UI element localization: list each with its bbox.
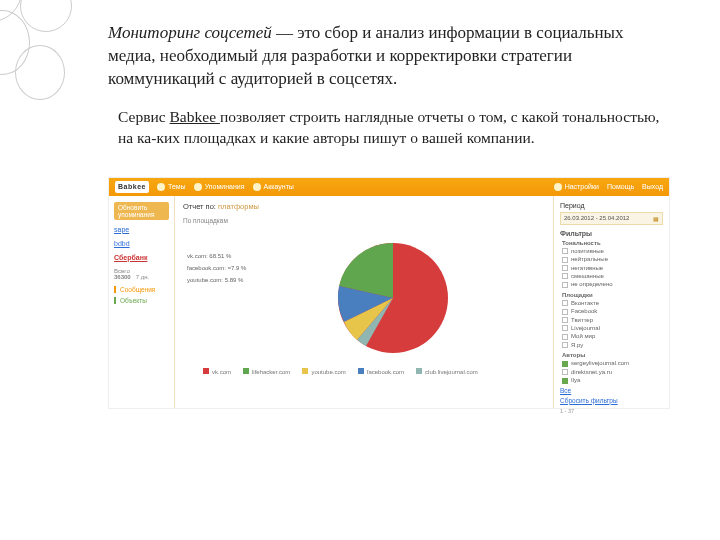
filter-group-platforms: Площадки Вконтакте Facebook Твиттер Live… — [560, 292, 663, 349]
heading: Мониторинг соцсетей — это сбор и анализ … — [108, 22, 670, 91]
filter-group-authors: Авторы sergeylivejournal.com direktsnet.… — [560, 352, 663, 393]
sidebar: Обновить упоминания sape bdbd Сбербанк В… — [109, 196, 175, 408]
checkbox[interactable]: direktsnet.ya.ru — [560, 369, 663, 375]
sidebar-item[interactable]: sape — [114, 226, 169, 233]
screenshot-app: Babkee Темы Упоминания Аккаунты Настройк… — [108, 177, 670, 409]
checkbox[interactable]: смешанные — [560, 273, 663, 279]
sidebar-stat: Всего 36300 7 дн. — [114, 268, 169, 280]
pie-labels: vk.com: 68.51 % facebook.com: ≈7.9 % you… — [187, 250, 246, 286]
topbar: Babkee Темы Упоминания Аккаунты Настройк… — [109, 178, 669, 196]
date-range[interactable]: 26.03.2012 - 25.04.2012▦ — [560, 212, 663, 225]
nav-exit[interactable]: Выход — [642, 183, 663, 190]
clear-filters[interactable]: Сбросить фильтры — [560, 397, 663, 404]
sidebar-item-active[interactable]: Сбербанк — [114, 254, 169, 261]
all-link[interactable]: Все — [560, 387, 663, 394]
sidebar-item[interactable]: bdbd — [114, 240, 169, 247]
filters-title: Фильтры — [560, 230, 663, 237]
checkbox[interactable]: Твиттер — [560, 317, 663, 323]
main-panel: Отчет по: платформы По площадкам vk.com:… — [175, 196, 553, 408]
app-logo: Babkee — [115, 181, 149, 193]
checkbox[interactable]: Я.ру — [560, 342, 663, 348]
checkbox[interactable]: нейтральные — [560, 256, 663, 262]
babkee-link[interactable]: Babkee — [170, 108, 220, 125]
sidebar-sub-objects[interactable]: Объекты — [114, 297, 169, 304]
checkbox[interactable]: Livejournal — [560, 325, 663, 331]
checkbox[interactable]: позитивные — [560, 248, 663, 254]
checkbox[interactable]: Facebook — [560, 308, 663, 314]
refresh-button[interactable]: Обновить упоминания — [114, 202, 169, 220]
calendar-icon[interactable]: ▦ — [653, 215, 659, 222]
report-title: Отчет по: платформы — [183, 202, 545, 211]
filter-group-tonality: Тональность позитивные нейтральные негат… — [560, 240, 663, 288]
nav-settings[interactable]: Настройки — [554, 183, 599, 191]
checkbox[interactable]: не определено — [560, 281, 663, 287]
result-count: 1 - 37 — [560, 408, 663, 414]
sidebar-sub-messages[interactable]: Сообщения — [114, 286, 169, 293]
nav-mentions[interactable]: Упоминания — [194, 183, 245, 191]
nav-help[interactable]: Помощь — [607, 183, 634, 190]
paragraph: Сервис Babkee позволяет строить наглядны… — [118, 107, 660, 149]
checkbox[interactable]: негативные — [560, 265, 663, 271]
period-label: Период — [560, 202, 663, 209]
filter-panel: Период 26.03.2012 - 25.04.2012▦ Фильтры … — [553, 196, 669, 408]
nav-accounts[interactable]: Аккаунты — [253, 183, 294, 191]
checkbox[interactable]: Ilya — [560, 377, 663, 383]
checkbox[interactable]: Мой мир — [560, 333, 663, 339]
checkbox[interactable]: sergeylivejournal.com — [560, 360, 663, 366]
pie-legend: vk.com lifehacker.com youtube.com facebo… — [203, 368, 478, 375]
heading-term: Мониторинг соцсетей — [108, 23, 272, 42]
nav-themes[interactable]: Темы — [157, 183, 186, 191]
checkbox[interactable]: Вконтакте — [560, 300, 663, 306]
pie-chart — [333, 238, 453, 358]
breadcrumb: По площадкам — [183, 217, 545, 224]
